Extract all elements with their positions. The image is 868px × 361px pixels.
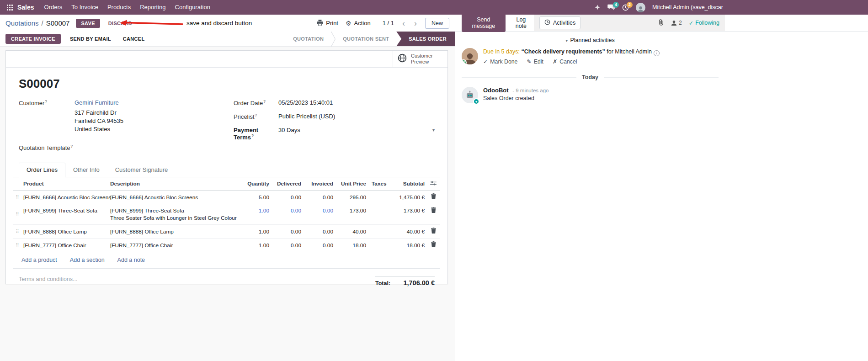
save-button[interactable]: SAVE (76, 19, 100, 28)
line-product[interactable]: [FURN_8999] Three-Seat Sofa (21, 207, 108, 214)
total: Total: 1,706.00 € (375, 276, 435, 287)
log-note-button[interactable]: Log note (508, 14, 534, 32)
gear-icon: ⚙ (346, 20, 351, 27)
stage-sales-order[interactable]: SALES ORDER (396, 32, 455, 46)
menu-configuration[interactable]: Configuration (170, 0, 215, 15)
optional-columns-icon[interactable] (426, 180, 440, 187)
line-invoiced[interactable]: 0.00 (303, 207, 335, 214)
line-description[interactable]: [FURN_8999] Three-Seat Sofa Three Seater… (108, 207, 241, 222)
column-description: Description (108, 180, 241, 187)
payment-terms-field[interactable]: 30 Days ▾ (278, 127, 435, 135)
delete-line-icon[interactable] (426, 193, 440, 201)
user-menu[interactable]: Mitchell Admin (save_discar (652, 4, 723, 11)
messages-badge: 4 (613, 2, 619, 8)
line-invoiced[interactable]: 0.00 (303, 242, 335, 249)
line-delivered[interactable]: 0.00 (271, 228, 303, 235)
drag-handle-icon[interactable]: ⠿ (13, 242, 21, 249)
menu-orders[interactable]: Orders (40, 0, 67, 15)
stage-quotation-sent[interactable]: QUOTATION SENT (335, 32, 396, 46)
line-delivered[interactable]: 0.00 (271, 194, 303, 201)
line-delivered[interactable]: 0.00 (271, 242, 303, 249)
line-quantity[interactable]: 1.00 (241, 242, 271, 249)
star-icon[interactable] (594, 4, 601, 11)
form-scroll-area: Customer Preview S00007 Customer? Gemini… (0, 47, 455, 361)
message-body: Sales Order created (483, 95, 548, 101)
add-note-link[interactable]: Add a note (117, 257, 145, 263)
drag-handle-icon[interactable]: ⠿ (13, 228, 21, 235)
line-quantity[interactable]: 5.00 (241, 194, 271, 201)
drag-handle-icon[interactable]: ⠿ (13, 211, 21, 218)
breadcrumb-quotations[interactable]: Quotations (5, 19, 39, 27)
followers-button[interactable]: 2 (671, 20, 682, 26)
tab-other-info[interactable]: Other Info (65, 163, 107, 177)
tab-customer-signature[interactable]: Customer Signature (107, 163, 176, 177)
activities-tab[interactable]: Activities (539, 16, 580, 29)
line-product[interactable]: [FURN_8888] Office Lamp (21, 228, 108, 235)
line-description[interactable]: [FURN_7777] Office Chair (108, 242, 241, 249)
pager[interactable]: 1 / 1 (383, 20, 394, 27)
globe-icon (398, 53, 407, 64)
pricelist-field[interactable]: Public Pricelist (USD) (278, 113, 335, 120)
info-icon[interactable]: i (654, 50, 660, 56)
activity-actions: ✓Mark Done ✎Edit ✗Cancel (483, 58, 660, 65)
line-unit-price[interactable]: 18.00 (335, 242, 368, 249)
app-brand[interactable]: Sales (17, 4, 34, 11)
planned-activities-header[interactable]: ▾Planned activities (455, 37, 725, 43)
new-button[interactable]: New (425, 18, 449, 29)
cancel-button[interactable]: CANCEL (120, 34, 148, 44)
line-unit-price[interactable]: 173.00 (335, 207, 368, 214)
line-invoiced[interactable]: 0.00 (303, 228, 335, 235)
stage-quotation[interactable]: QUOTATION (286, 32, 331, 46)
add-product-link[interactable]: Add a product (21, 257, 57, 263)
line-unit-price[interactable]: 295.00 (335, 194, 368, 201)
send-message-button[interactable]: Send message (462, 14, 506, 32)
top-menu: Orders To Invoice Products Reporting Con… (40, 0, 215, 15)
line-product[interactable]: [FURN_6666] Acoustic Bloc Screens (21, 194, 108, 201)
delete-line-icon[interactable] (426, 207, 440, 215)
user-avatar[interactable] (636, 3, 645, 12)
delete-line-icon[interactable] (426, 228, 440, 235)
total-value: 1,706.00 € (403, 279, 435, 287)
pager-previous-icon[interactable]: ‹ (401, 20, 406, 27)
menu-reporting[interactable]: Reporting (135, 0, 170, 15)
description-line: [FURN_8999] Three-Seat Sofa (110, 207, 239, 214)
line-unit-price[interactable]: 40.00 (335, 228, 368, 235)
menu-products[interactable]: Products (103, 0, 135, 15)
line-product[interactable]: [FURN_7777] Office Chair (21, 242, 108, 249)
send-by-email-button[interactable]: SEND BY EMAIL (67, 34, 114, 44)
apps-menu-icon[interactable] (4, 0, 16, 15)
followers-icon (671, 20, 677, 26)
help-marker: ? (71, 144, 73, 149)
action-button[interactable]: ⚙ Action (346, 20, 371, 27)
line-quantity[interactable]: 1.00 (241, 228, 271, 235)
drag-handle-icon[interactable]: ⠿ (13, 194, 21, 201)
messages-icon[interactable]: 4 (607, 4, 615, 11)
activities-clock-icon[interactable]: 2 (622, 4, 629, 11)
clock-icon (544, 19, 550, 27)
tab-order-lines[interactable]: Order Lines (19, 163, 65, 177)
create-invoice-button[interactable]: CREATE INVOICE (5, 34, 61, 44)
order-date-field[interactable]: 05/25/2023 15:40:01 (278, 99, 333, 106)
menu-to-invoice[interactable]: To Invoice (67, 0, 103, 15)
mark-done-button[interactable]: ✓Mark Done (483, 58, 517, 65)
column-product: Product (21, 180, 108, 187)
line-description[interactable]: [FURN_8888] Office Lamp (108, 228, 241, 235)
line-quantity[interactable]: 1.00 (241, 207, 271, 214)
add-section-link[interactable]: Add a section (70, 257, 105, 263)
check-icon: ✓ (689, 20, 693, 27)
terms-and-conditions-field[interactable]: Terms and conditions... (19, 276, 78, 287)
customer-link[interactable]: Gemini Furniture (75, 99, 123, 106)
customer-preview-button[interactable]: Customer Preview (393, 51, 447, 67)
attachment-icon[interactable] (658, 19, 664, 27)
breadcrumb-separator: / (42, 19, 43, 27)
dropdown-caret-icon[interactable]: ▾ (432, 127, 435, 133)
pager-next-icon[interactable]: › (413, 20, 418, 27)
line-delivered[interactable]: 0.00 (271, 207, 303, 214)
line-description[interactable]: [FURN_6666] Acoustic Bloc Screens (108, 194, 241, 201)
print-button[interactable]: Print (317, 20, 338, 27)
line-invoiced[interactable]: 0.00 (303, 194, 335, 201)
edit-activity-button[interactable]: ✎Edit (527, 58, 543, 65)
cancel-activity-button[interactable]: ✗Cancel (553, 58, 577, 65)
following-button[interactable]: ✓ Following (689, 20, 719, 27)
delete-line-icon[interactable] (426, 241, 440, 249)
